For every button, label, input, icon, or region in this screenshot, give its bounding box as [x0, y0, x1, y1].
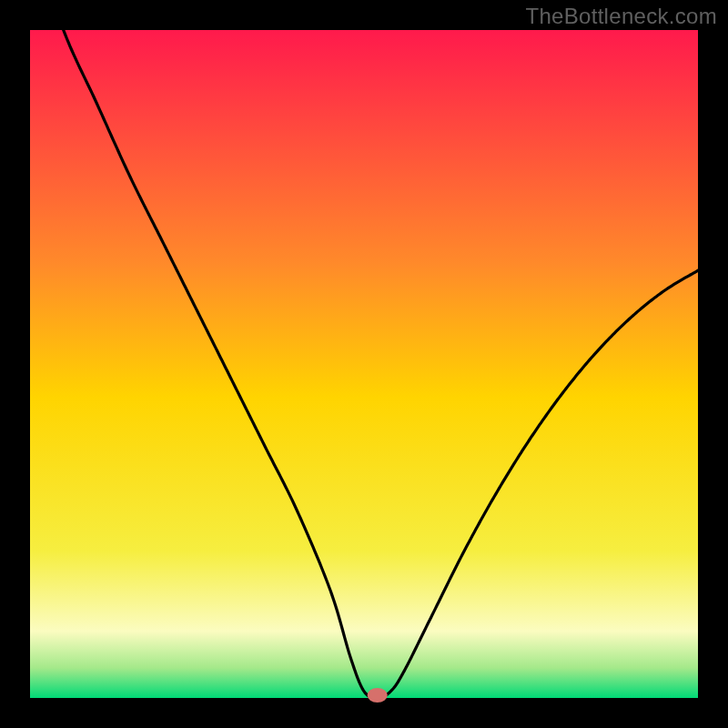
plot-background: [30, 30, 698, 698]
bottleneck-curve-chart: [0, 0, 728, 728]
optimum-marker: [368, 688, 388, 703]
attribution-label: TheBottleneck.com: [525, 4, 717, 29]
chart-container: TheBottleneck.com: [0, 0, 728, 728]
